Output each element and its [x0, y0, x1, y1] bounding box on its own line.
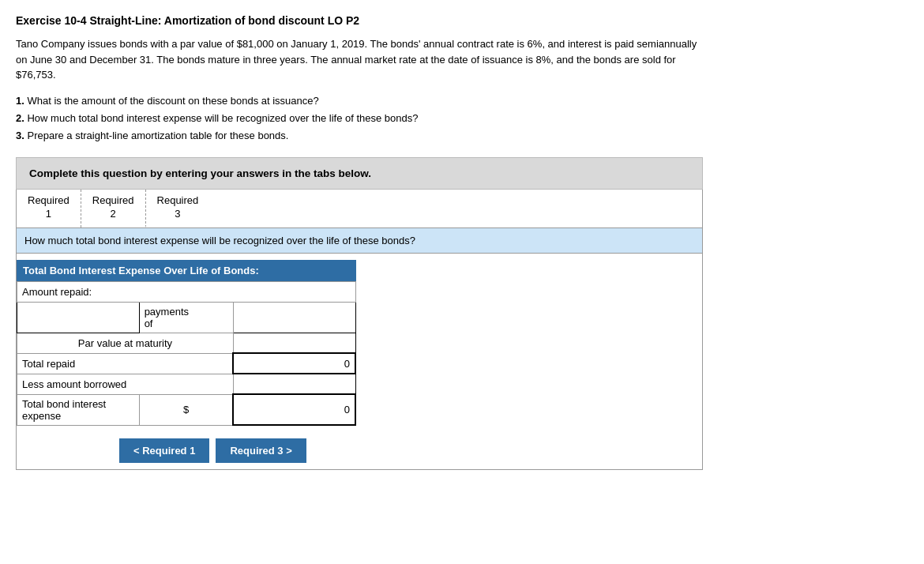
par-value-input-cell[interactable]: [233, 333, 355, 353]
active-tab-question: How much total bond interest expense wil…: [17, 228, 702, 254]
payments-count-input-cell[interactable]: [17, 302, 140, 333]
dollar-sign: $: [139, 394, 233, 425]
payments-amount-input-cell[interactable]: [233, 302, 355, 333]
payments-amount-input[interactable]: [239, 311, 351, 323]
table-section: Total Bond Interest Expense Over Life of…: [17, 254, 356, 427]
payments-count-input[interactable]: [22, 311, 134, 323]
total-repaid-input-cell[interactable]: [233, 353, 355, 374]
next-button[interactable]: Required 3: [216, 438, 306, 463]
table-row-total-repaid: Total repaid: [17, 353, 356, 374]
nav-buttons: Required 1 Required 3: [17, 426, 702, 469]
total-repaid-input[interactable]: [239, 358, 350, 370]
table-row-total-interest: Total bond interest expense $: [17, 394, 356, 425]
description: Tano Company issues bonds with a par val…: [16, 36, 703, 83]
table-row-par-value: Par value at maturity: [17, 333, 356, 353]
amount-repaid-label: Amount repaid:: [17, 281, 356, 302]
tabs-container: Required 1 Required 2 Required 3 How muc…: [16, 190, 703, 470]
complete-banner: Complete this question by entering your …: [16, 157, 703, 190]
par-value-label: Par value at maturity: [17, 333, 234, 353]
less-borrowed-input[interactable]: [239, 378, 351, 390]
tab-required-2[interactable]: Required 2: [81, 190, 146, 227]
less-borrowed-input-cell[interactable]: [233, 374, 355, 394]
section-header: Total Bond Interest Expense Over Life of…: [17, 260, 356, 281]
table-row: Amount repaid:: [17, 281, 356, 302]
table-row-payments: paymentsof: [17, 302, 356, 333]
total-interest-input[interactable]: [239, 404, 350, 415]
q3-number: 3.: [16, 130, 24, 141]
payments-label: paymentsof: [139, 302, 233, 333]
less-borrowed-label: Less amount borrowed: [17, 374, 234, 394]
tab-required-1[interactable]: Required 1: [17, 190, 81, 227]
q1-number: 1.: [16, 95, 24, 107]
table-row-less-borrowed: Less amount borrowed: [17, 374, 356, 394]
total-repaid-label: Total repaid: [17, 353, 234, 374]
q2-number: 2.: [16, 112, 24, 124]
interest-expense-table: Amount repaid: paymentsof Pa: [17, 281, 356, 427]
tab-required-3[interactable]: Required 3: [146, 190, 210, 227]
total-interest-label: Total bond interest expense: [17, 394, 140, 425]
par-value-input[interactable]: [239, 337, 351, 348]
q2-text: How much total bond interest expense wil…: [27, 112, 418, 124]
q3-text: Prepare a straight-line amortization tab…: [27, 130, 288, 141]
tabs-row: Required 1 Required 2 Required 3: [17, 190, 702, 228]
tab-content-required2: How much total bond interest expense wil…: [17, 228, 702, 470]
q1-text: What is the amount of the discount on th…: [27, 95, 318, 107]
questions-list: 1. What is the amount of the discount on…: [16, 92, 703, 145]
total-interest-input-cell[interactable]: [233, 394, 355, 425]
prev-button[interactable]: Required 1: [119, 438, 209, 463]
exercise-title: Exercise 10-4 Straight-Line: Amortizatio…: [16, 14, 908, 27]
